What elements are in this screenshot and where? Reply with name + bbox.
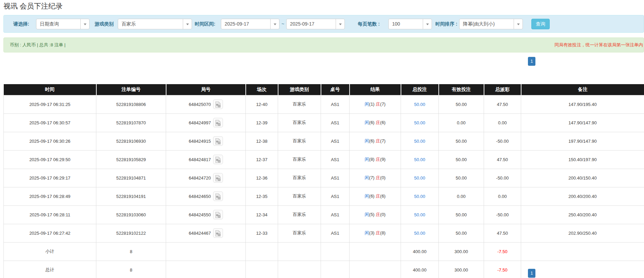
result-banker-score: (7)	[380, 102, 386, 107]
cell-time: 2025-09-17 06:30:57	[4, 113, 96, 132]
subtotal-row-total-bet: 400.00	[401, 242, 439, 261]
cell-total-bet: 50.00	[401, 205, 439, 224]
currency-total-text: 币别 : 人民币 | 总共 :8 注单 |	[10, 38, 66, 52]
chevron-down-icon[interactable]	[80, 19, 89, 29]
sort-order-value: 降幂(由大到小)	[460, 19, 522, 29]
cell-round-id: 648424817	[166, 150, 246, 169]
video-icon	[215, 175, 221, 182]
table-row: 2025-09-17 06:28:11522819103060648424550…	[4, 205, 644, 224]
column-header: 游戏类别	[278, 84, 321, 95]
cell-round-id: 648425070	[166, 95, 246, 113]
result-player-score: (5)	[369, 212, 376, 217]
video-replay-button[interactable]	[213, 210, 223, 219]
cell-table-no: AS1	[321, 150, 350, 169]
result-player-label: 闲	[365, 138, 369, 143]
sort-order-select[interactable]: 降幂(由大到小)	[459, 19, 523, 29]
page-size-select[interactable]: 100	[388, 19, 432, 29]
subtotal-row-empty-cell	[246, 242, 278, 261]
cell-valid-bet: 50.00	[439, 132, 484, 150]
cell-result: 闲(6) 庄(6)	[350, 113, 401, 132]
result-banker-label: 庄	[376, 120, 380, 125]
round-id-text: 648424650	[189, 194, 211, 199]
total-bet-link[interactable]: 50.00	[414, 120, 425, 125]
chevron-down-icon[interactable]	[336, 19, 344, 29]
pagination-page-1-bottom[interactable]: 1	[528, 269, 535, 278]
grand-total-row-empty-cell	[278, 261, 321, 278]
cell-bet-id: 522819108806	[96, 95, 166, 113]
date-to-select[interactable]: 2025-09-17	[286, 19, 345, 29]
grand-total-row-empty-cell	[350, 261, 401, 278]
cell-session: 12-38	[246, 132, 278, 150]
result-banker-label: 庄	[376, 138, 380, 143]
video-replay-button[interactable]	[213, 228, 223, 238]
cell-session: 12-35	[246, 187, 278, 205]
table-row: 2025-09-17 06:29:17522819104871648424720…	[4, 169, 644, 187]
notice-text: 同局有效投注，统一计算在该局第一张注单内	[554, 38, 643, 52]
total-bet-link[interactable]: 50.00	[414, 175, 425, 181]
column-header: 注单编号	[96, 84, 166, 95]
date-from-select[interactable]: 2025-09-17	[221, 19, 279, 29]
cell-result: 闲(8) 庄(9)	[350, 150, 401, 169]
result-player-label: 闲	[365, 175, 369, 180]
chevron-down-icon[interactable]	[270, 19, 279, 29]
video-replay-button[interactable]	[213, 136, 223, 146]
cell-valid-bet: 50.00	[439, 95, 484, 113]
result-player-label: 闲	[365, 157, 369, 162]
result-player-label: 闲	[365, 230, 369, 235]
grand-total-row-empty-cell	[321, 261, 350, 278]
cell-total-bet: 50.00	[401, 150, 439, 169]
total-bet-link[interactable]: 50.00	[414, 212, 425, 217]
search-button[interactable]: 查询	[531, 19, 550, 29]
pagination-page-1-top[interactable]: 1	[528, 57, 535, 66]
total-bet-link[interactable]: 50.00	[414, 157, 425, 162]
cell-game-type: 百家乐	[278, 169, 321, 187]
column-header: 有效投注	[439, 84, 484, 95]
result-player-score: (7)	[369, 175, 376, 180]
cell-total-bet: 50.00	[401, 113, 439, 132]
total-bet-link[interactable]: 50.00	[414, 139, 425, 144]
cell-result: 闲(7) 庄(0)	[350, 169, 401, 187]
page-size-label: 每页笔数 :	[358, 15, 380, 32]
cell-bet-id: 522819104871	[96, 169, 166, 187]
cell-remark: 200.40/150.40	[521, 169, 644, 187]
total-bet-link[interactable]: 50.00	[414, 102, 425, 107]
cell-remark: 147.90/195.40	[521, 95, 644, 113]
chevron-down-icon[interactable]	[423, 19, 432, 29]
video-icon	[215, 230, 221, 237]
video-replay-button[interactable]	[213, 173, 223, 183]
subtotal-row-label: 小计	[4, 242, 96, 261]
cell-game-type: 百家乐	[278, 224, 321, 242]
grand-total-row: 总计8400.00300.00-7.50	[4, 261, 644, 278]
round-id-text: 648424467	[189, 231, 211, 236]
cell-total-bet: 50.00	[401, 187, 439, 205]
grand-total-row-empty-cell	[246, 261, 278, 278]
page-root: 视讯 会员下注纪录 请选择: 日期查询 游戏类别 百家乐 时间区间: 2025-…	[0, 0, 644, 278]
column-header: 总派彩	[484, 84, 521, 95]
chevron-down-icon[interactable]	[183, 19, 192, 29]
cell-session: 12-36	[246, 169, 278, 187]
total-bet-link[interactable]: 50.00	[414, 194, 425, 199]
game-type-value: 百家乐	[118, 19, 192, 29]
grand-total-row-valid-bet: 300.00	[439, 261, 484, 278]
result-banker-score: (8)	[380, 230, 386, 235]
cell-payout: 47.50	[484, 95, 521, 113]
date-type-select[interactable]: 日期查询	[36, 19, 90, 29]
video-replay-button[interactable]	[213, 99, 223, 109]
cell-game-type: 百家乐	[278, 205, 321, 224]
table-row: 2025-09-17 06:29:50522819105829648424817…	[4, 150, 644, 169]
subtotal-row-valid-bet: 300.00	[439, 242, 484, 261]
video-icon	[215, 138, 221, 145]
time-range-label: 时间区间:	[195, 15, 215, 32]
video-replay-button[interactable]	[213, 118, 223, 127]
cell-result: 闲(5) 庄(0)	[350, 205, 401, 224]
total-bet-link[interactable]: 50.00	[414, 231, 425, 236]
result-banker-label: 庄	[376, 175, 380, 180]
subtotal-row-count: 8	[96, 242, 166, 261]
game-type-select[interactable]: 百家乐	[118, 19, 192, 29]
cell-round-id: 648424997	[166, 113, 246, 132]
chevron-down-icon[interactable]	[514, 19, 522, 29]
video-replay-button[interactable]	[213, 191, 223, 201]
cell-result: 闲(6) 庄(7)	[350, 132, 401, 150]
cell-valid-bet: 0.00	[439, 187, 484, 205]
video-replay-button[interactable]	[213, 155, 223, 164]
